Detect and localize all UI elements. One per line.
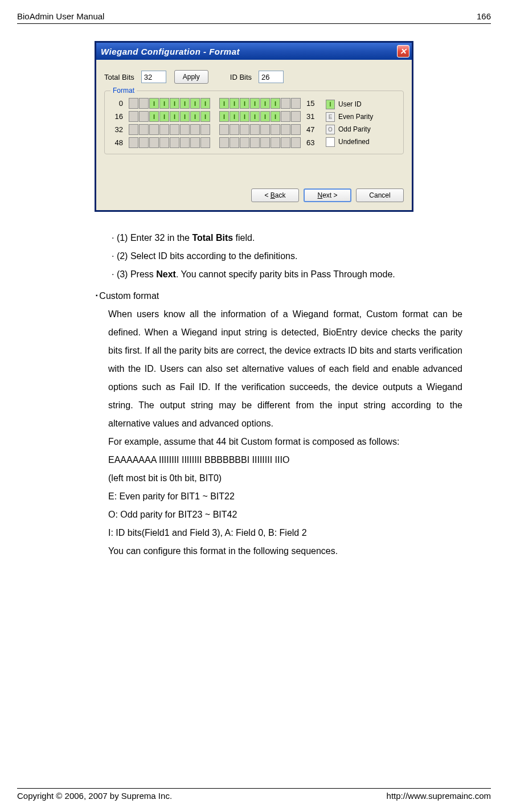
bit-cell[interactable] (250, 137, 260, 148)
legend-label: Odd Parity (338, 125, 371, 133)
custom-para-2: For example, assume that 44 bit Custom f… (74, 433, 462, 451)
bit-cell[interactable] (291, 98, 301, 109)
bit-cell[interactable]: I (180, 98, 190, 109)
dialog-button-row: < Back Next > Cancel (104, 188, 404, 202)
bit-cell[interactable] (190, 124, 200, 135)
dialog-title: Wiegand Configuration - Format (101, 47, 240, 56)
bit-cell[interactable] (129, 98, 138, 109)
copyright: Copyright © 2006, 2007 by Suprema Inc. (17, 791, 172, 801)
bit-cell[interactable] (159, 137, 169, 148)
bit-cell[interactable]: I (180, 111, 190, 122)
apply-button[interactable]: Apply (174, 70, 208, 84)
bit-cell[interactable] (240, 137, 249, 148)
bit-cell[interactable]: I (200, 98, 210, 109)
custom-para-8: You can configure this format in the fol… (74, 542, 462, 560)
id-bits-label: ID Bits (230, 73, 252, 81)
bit-group (219, 124, 301, 135)
bit-cell[interactable] (230, 124, 239, 135)
bit-cell[interactable] (129, 111, 138, 122)
bit-cell[interactable]: I (230, 98, 239, 109)
bit-group: IIIIII (129, 98, 210, 109)
bit-cell[interactable]: I (240, 111, 249, 122)
bit-cell[interactable]: I (159, 98, 169, 109)
legend-item: EEven Parity (326, 112, 373, 122)
bit-cell[interactable]: I (240, 98, 249, 109)
bit-cell[interactable] (271, 137, 280, 148)
custom-para-5: E: Even parity for BIT1 ~ BIT22 (74, 487, 462, 506)
bit-cell[interactable] (129, 124, 138, 135)
bit-cell[interactable] (159, 124, 169, 135)
bit-cell[interactable]: I (149, 98, 159, 109)
bit-cell[interactable] (260, 124, 270, 135)
bit-group (129, 137, 210, 148)
bit-cell[interactable] (190, 137, 200, 148)
bit-cell[interactable] (149, 137, 159, 148)
bit-cell[interactable] (139, 98, 149, 109)
bit-cell[interactable] (129, 137, 138, 148)
bit-cell[interactable] (281, 137, 290, 148)
bit-group (219, 137, 301, 148)
bit-row: 0 IIIIIIIIIIII 15 (110, 98, 319, 109)
bit-cell[interactable]: I (219, 98, 229, 109)
bit-cell[interactable] (219, 124, 229, 135)
close-icon[interactable]: ✕ (397, 45, 409, 58)
back-button[interactable]: < Back (251, 188, 299, 202)
bit-cell[interactable]: I (190, 111, 200, 122)
bit-cell[interactable]: I (230, 111, 239, 122)
bit-cell[interactable] (291, 111, 301, 122)
bit-cell[interactable] (240, 124, 249, 135)
bit-start-label: 48 (110, 138, 123, 147)
bit-cell[interactable] (180, 124, 190, 135)
bit-cell[interactable] (219, 137, 229, 148)
bit-cell[interactable] (180, 137, 190, 148)
bit-cell[interactable] (139, 124, 149, 135)
bit-cell[interactable]: I (149, 111, 159, 122)
bit-cell[interactable] (291, 137, 301, 148)
total-bits-input[interactable] (141, 71, 166, 83)
bit-cell[interactable] (200, 137, 210, 148)
bit-cell[interactable] (250, 124, 260, 135)
bit-cell[interactable] (200, 124, 210, 135)
bit-cell[interactable]: I (271, 111, 280, 122)
bit-cell[interactable]: I (170, 111, 179, 122)
bit-cell[interactable]: I (260, 98, 270, 109)
bit-cell[interactable] (149, 124, 159, 135)
bit-cell[interactable] (139, 111, 149, 122)
top-controls: Total Bits Apply ID Bits (104, 70, 404, 84)
bit-cell[interactable]: I (159, 111, 169, 122)
dialog-titlebar: Wiegand Configuration - Format ✕ (96, 43, 412, 60)
bit-end-label: 47 (306, 125, 319, 134)
bit-cell[interactable]: I (200, 111, 210, 122)
bit-cell[interactable]: I (250, 111, 260, 122)
legend-item: OOdd Parity (326, 125, 373, 134)
bit-cell[interactable] (271, 124, 280, 135)
bit-cell[interactable]: I (250, 98, 260, 109)
id-bits-input[interactable] (259, 71, 284, 83)
bit-cell[interactable] (281, 98, 290, 109)
bit-cell[interactable]: I (260, 111, 270, 122)
cancel-button[interactable]: Cancel (356, 188, 404, 202)
bit-cell[interactable]: I (190, 98, 200, 109)
bit-cell[interactable] (170, 137, 179, 148)
bit-cell[interactable] (281, 124, 290, 135)
next-button[interactable]: Next > (304, 188, 351, 202)
bit-cell[interactable]: I (219, 111, 229, 122)
legend-item: IUser ID (326, 100, 373, 109)
legend-box-icon: E (326, 112, 335, 122)
page-number: 166 (477, 11, 491, 21)
total-bits-label: Total Bits (104, 73, 134, 81)
bit-cell[interactable]: I (170, 98, 179, 109)
bit-cell[interactable] (139, 137, 149, 148)
bit-cell[interactable] (281, 111, 290, 122)
bit-cell[interactable]: I (271, 98, 280, 109)
format-legend-label: Format (110, 87, 137, 95)
legend-box-icon: I (326, 100, 335, 109)
bit-cell[interactable] (170, 124, 179, 135)
bit-cell[interactable] (260, 137, 270, 148)
bit-cell[interactable] (291, 124, 301, 135)
header-title: BioAdmin User Manual (17, 11, 104, 21)
bit-group: IIIIII (129, 111, 210, 122)
custom-para-6: O: Odd parity for BIT23 ~ BIT42 (74, 506, 462, 524)
bit-cell[interactable] (230, 137, 239, 148)
custom-format-heading: Custom format (74, 287, 462, 305)
